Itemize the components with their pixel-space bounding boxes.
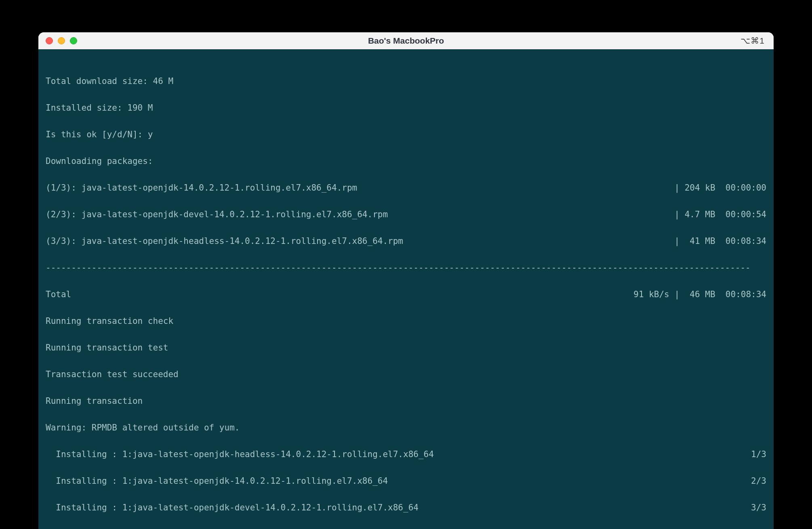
line-download-size: Total download size: 46 M: [46, 75, 766, 88]
line-installed-size: Installed size: 190 M: [46, 101, 766, 115]
line-run-test: Running transaction test: [46, 341, 766, 355]
install-2-count: 2/3: [751, 474, 766, 488]
line-run-transaction: Running transaction: [46, 395, 766, 408]
install-3-count: 3/3: [751, 501, 766, 514]
pkg-3-stats: | 41 MB 00:08:34: [674, 235, 766, 248]
terminal-window: Bao's MacbookPro ⌥⌘1 Total download size…: [38, 32, 774, 529]
install-1-text: Installing : 1:java-latest-openjdk-headl…: [46, 448, 434, 461]
install-3-text: Installing : 1:java-latest-openjdk-devel…: [46, 501, 419, 514]
pkg-2-name: (2/3): java-latest-openjdk-devel-14.0.2.…: [46, 208, 388, 221]
pkg-row-2: (2/3): java-latest-openjdk-devel-14.0.2.…: [46, 208, 766, 221]
zoom-button[interactable]: [70, 37, 77, 44]
titlebar: Bao's MacbookPro ⌥⌘1: [38, 32, 774, 49]
window-title: Bao's MacbookPro: [38, 36, 774, 46]
total-stats: 91 kB/s | 46 MB 00:08:34: [633, 288, 766, 301]
install-1-count: 1/3: [751, 448, 766, 461]
pkg-3-name: (3/3): java-latest-openjdk-headless-14.0…: [46, 235, 403, 248]
pkg-row-3: (3/3): java-latest-openjdk-headless-14.0…: [46, 235, 766, 248]
total-label: Total: [46, 288, 71, 301]
line-test-succeeded: Transaction test succeeded: [46, 368, 766, 381]
divider-line: ----------------------------------------…: [46, 261, 766, 275]
install-row-1: Installing : 1:java-latest-openjdk-headl…: [46, 448, 766, 461]
minimize-button[interactable]: [58, 37, 65, 44]
close-button[interactable]: [46, 37, 53, 44]
line-confirm-prompt: Is this ok [y/d/N]: y: [46, 128, 766, 141]
scrollbar[interactable]: [768, 53, 772, 529]
line-warning: Warning: RPMDB altered outside of yum.: [46, 421, 766, 435]
total-row: Total91 kB/s | 46 MB 00:08:34: [46, 288, 766, 301]
install-2-text: Installing : 1:java-latest-openjdk-14.0.…: [46, 474, 388, 488]
pkg-1-name: (1/3): java-latest-openjdk-14.0.2.12-1.r…: [46, 181, 357, 195]
install-row-2: Installing : 1:java-latest-openjdk-14.0.…: [46, 474, 766, 488]
line-run-check: Running transaction check: [46, 315, 766, 328]
pkg-2-stats: | 4.7 MB 00:00:54: [674, 208, 766, 221]
terminal-body[interactable]: Total download size: 46 M Installed size…: [38, 49, 774, 529]
pkg-row-1: (1/3): java-latest-openjdk-14.0.2.12-1.r…: [46, 181, 766, 195]
install-row-3: Installing : 1:java-latest-openjdk-devel…: [46, 501, 766, 514]
line-downloading-header: Downloading packages:: [46, 155, 766, 168]
traffic-lights: [46, 37, 77, 44]
pkg-1-stats: | 204 kB 00:00:00: [674, 181, 766, 195]
window-shortcut-label: ⌥⌘1: [740, 36, 765, 46]
